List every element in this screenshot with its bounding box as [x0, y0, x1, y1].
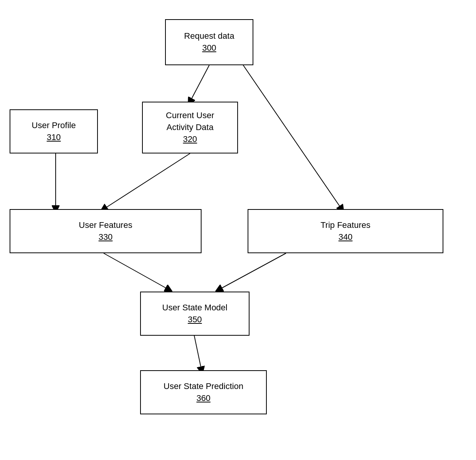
svg-line-7	[194, 334, 202, 370]
user-state-model-box: User State Model 350	[140, 292, 250, 336]
trip-features-number: 340	[339, 231, 353, 243]
user-profile-number: 310	[47, 132, 61, 143]
user-features-label: User Features	[79, 219, 132, 231]
user-state-model-label: User State Model	[162, 302, 228, 314]
request-data-label: Request data	[184, 30, 235, 42]
current-user-label-line1: Current User	[166, 110, 214, 122]
svg-line-5	[104, 253, 169, 290]
svg-line-6	[219, 253, 286, 290]
trip-features-box: Trip Features 340	[248, 209, 443, 253]
trip-features-label: Trip Features	[321, 219, 370, 231]
current-user-label-line2: Activity Data	[167, 122, 213, 134]
user-state-prediction-label: User State Prediction	[164, 381, 243, 392]
current-user-activity-box: Current User Activity Data 320	[142, 102, 238, 153]
current-user-number: 320	[183, 134, 197, 145]
svg-line-1	[190, 65, 209, 102]
request-data-number: 300	[202, 42, 217, 54]
user-profile-box: User Profile 310	[10, 109, 98, 153]
user-features-number: 330	[99, 231, 113, 243]
user-profile-label: User Profile	[32, 120, 76, 132]
user-state-prediction-box: User State Prediction 360	[140, 370, 267, 414]
diagram-container: Request data 300 User Profile 310 Curren…	[0, 0, 476, 460]
user-state-model-number: 350	[188, 314, 202, 326]
request-data-box: Request data 300	[165, 19, 253, 65]
user-features-box: User Features 330	[10, 209, 202, 253]
user-state-prediction-number: 360	[197, 392, 211, 404]
svg-line-2	[238, 58, 342, 209]
svg-line-4	[104, 153, 190, 209]
